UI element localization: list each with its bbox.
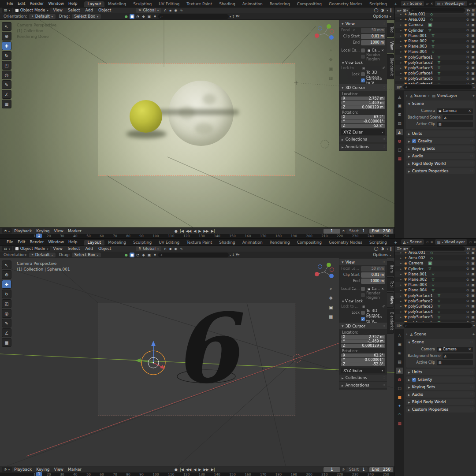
- timeline-menu[interactable]: Playback: [12, 467, 34, 472]
- viewport-menu[interactable]: Select: [65, 246, 83, 251]
- snap-icon[interactable]: ∿: [180, 8, 183, 12]
- object-type-filter-icon[interactable]: ◔: [135, 253, 140, 257]
- cursor-location-field[interactable]: Z 0.000129 m: [341, 105, 385, 109]
- playback-control[interactable]: ◀: [193, 229, 196, 233]
- panel-options-icon[interactable]: ∷: [471, 154, 472, 158]
- nav-icon[interactable]: ▦: [329, 76, 333, 81]
- scene-camera-field[interactable]: ▣ Camera ✕: [437, 108, 473, 114]
- scene-panel-header[interactable]: ▼ Scene ∷: [406, 100, 475, 107]
- tennis-ball-object[interactable]: [130, 100, 162, 133]
- cursor-rotation-field[interactable]: Z -52.8°: [341, 124, 385, 128]
- expand-arrow-icon[interactable]: ►: [400, 310, 403, 313]
- background-scene-field[interactable]: ◭: [443, 353, 473, 359]
- outliner-row[interactable]: ► ✦ Area.002 ◇ ⊙ ▣: [395, 255, 476, 260]
- timeline-menu[interactable]: Marker: [66, 229, 84, 233]
- viewport-menu[interactable]: Add: [83, 246, 96, 251]
- collapsed-panel[interactable]: ▶ ✓ Rigid Body World ∷: [406, 399, 475, 405]
- panel-options-icon[interactable]: ∷: [471, 408, 472, 411]
- render-visibility-icon[interactable]: ▣: [471, 66, 475, 70]
- expand-arrow-icon[interactable]: ►: [400, 67, 403, 69]
- properties-tab[interactable]: ◍: [396, 138, 403, 144]
- expand-arrow-icon[interactable]: ►: [400, 40, 403, 42]
- options-dropdown[interactable]: Options ▾: [373, 253, 394, 257]
- workspace-tab[interactable]: Layout: [84, 240, 105, 245]
- visibility-eye-icon[interactable]: ⊙: [466, 278, 469, 282]
- visibility-eye-icon[interactable]: ⊙: [466, 294, 469, 298]
- shading-mode-icon[interactable]: ◑: [379, 7, 385, 13]
- panel-options-icon[interactable]: ∷: [383, 86, 385, 89]
- workspace-tab[interactable]: Modeling: [104, 1, 130, 7]
- editor-type-button[interactable]: ⊡ ▾: [2, 246, 12, 251]
- playback-control[interactable]: ▶: [198, 468, 201, 472]
- navigation-gizmo[interactable]: [313, 22, 336, 46]
- properties-tab[interactable]: ◍: [396, 376, 403, 383]
- render-visibility-icon[interactable]: ▣: [471, 251, 475, 255]
- lock-object-field[interactable]: ▣: [361, 66, 381, 71]
- expand-arrow-icon[interactable]: ►: [400, 56, 403, 59]
- render-visibility-icon[interactable]: ▣: [471, 256, 475, 260]
- playback-control[interactable]: ▶|: [211, 468, 215, 472]
- snap-icon[interactable]: ▪: [169, 8, 171, 12]
- tool-button[interactable]: ↻: [2, 290, 11, 298]
- new-viewlayer-icon[interactable]: ▱: [469, 2, 472, 6]
- expand-arrow-icon[interactable]: ►: [400, 289, 403, 291]
- outliner-row[interactable]: ► ▼ polySurface1 ▽ ⊙ ▣: [395, 293, 476, 298]
- workspace-tab[interactable]: Compositing: [294, 1, 325, 7]
- collapsed-panel[interactable]: ▶ ✓ Units ∷: [406, 369, 475, 375]
- workspace-tab[interactable]: Shading: [216, 240, 239, 245]
- eyedropper-icon[interactable]: ✐: [382, 305, 385, 309]
- render-visibility-icon[interactable]: ▣: [471, 272, 475, 276]
- properties-tab[interactable]: ▢: [396, 385, 403, 391]
- tool-button[interactable]: ✎: [2, 80, 11, 89]
- cursor-rotation-field[interactable]: Z -52.8°: [341, 362, 385, 366]
- properties-tab[interactable]: ▢: [396, 147, 403, 153]
- topbar-menu[interactable]: Render: [28, 1, 46, 6]
- timeline-menu[interactable]: Keying: [34, 467, 52, 472]
- panel-options-icon[interactable]: ∷: [471, 169, 472, 173]
- setting-value[interactable]: 50 mm: [361, 266, 385, 271]
- visibility-eye-icon[interactable]: ⊙: [466, 71, 469, 75]
- panel-options-icon[interactable]: ∷: [383, 324, 385, 328]
- playback-control[interactable]: ▶|: [211, 229, 215, 233]
- nav-icon[interactable]: ⌕: [329, 48, 333, 53]
- topbar-menu[interactable]: Help: [66, 240, 80, 244]
- workspace-tab[interactable]: Texture Paint: [183, 1, 216, 7]
- new-viewlayer-icon[interactable]: ▱: [469, 240, 472, 244]
- tool-button[interactable]: ↖: [2, 260, 11, 269]
- properties-tab[interactable]: ◭: [396, 368, 403, 374]
- tool-button[interactable]: ✚: [2, 280, 11, 289]
- playback-control[interactable]: |◀: [180, 229, 184, 233]
- expand-arrow-icon[interactable]: ►: [400, 13, 403, 15]
- properties-tab[interactable]: ⊞: [396, 112, 403, 118]
- workspace-tab[interactable]: Layout: [84, 1, 105, 7]
- render-visibility-icon[interactable]: ▣: [471, 71, 475, 75]
- move-gizmo[interactable]: [135, 341, 165, 369]
- snap-icon[interactable]: ∿: [180, 247, 183, 251]
- editor-type-button[interactable]: ⊡ ▾: [2, 7, 12, 13]
- tool-button[interactable]: ⊕: [2, 32, 11, 41]
- n-panel-tab[interactable]: Blenderkit: [387, 54, 394, 79]
- playback-control[interactable]: ▶▶: [203, 229, 208, 233]
- expand-arrow-icon[interactable]: ►: [400, 278, 403, 281]
- panel-options-icon[interactable]: ∷: [471, 393, 472, 396]
- object-type-filter-icon[interactable]: ▣: [147, 14, 152, 19]
- workspace-tab[interactable]: Compositing: [294, 240, 325, 245]
- snap-icon[interactable]: ◉: [174, 8, 177, 12]
- properties-tab[interactable]: ▣: [396, 103, 403, 109]
- collapsed-panel[interactable]: ▶ ✓ Audio ∷: [406, 153, 475, 159]
- outliner-row[interactable]: ► ▼ Plane.002 ▽ ⊙ ▣: [395, 277, 476, 282]
- object-type-filter-icon[interactable]: ♦: [152, 14, 157, 19]
- workspace-tab[interactable]: Rendering: [266, 240, 294, 245]
- drag-setting-dropdown[interactable]: Select Box ▾: [72, 253, 101, 257]
- visibility-eye-icon[interactable]: ⊙: [466, 267, 469, 271]
- properties-tab[interactable]: ◬: [396, 94, 403, 100]
- expand-arrow-icon[interactable]: ►: [400, 316, 403, 318]
- timeline-editor-button[interactable]: ◔ ▾: [2, 228, 12, 234]
- snap-icon[interactable]: ∩: [164, 247, 167, 251]
- properties-tab[interactable]: ◠: [396, 412, 403, 418]
- shading-mode-icon[interactable]: ◯: [373, 246, 379, 251]
- panel-options-icon[interactable]: ∷: [471, 132, 472, 135]
- tool-button[interactable]: ◎: [2, 71, 11, 79]
- rotation-order-dropdown[interactable]: XYZ Euler ▾: [341, 129, 385, 135]
- properties-tab[interactable]: ✦: [396, 403, 403, 409]
